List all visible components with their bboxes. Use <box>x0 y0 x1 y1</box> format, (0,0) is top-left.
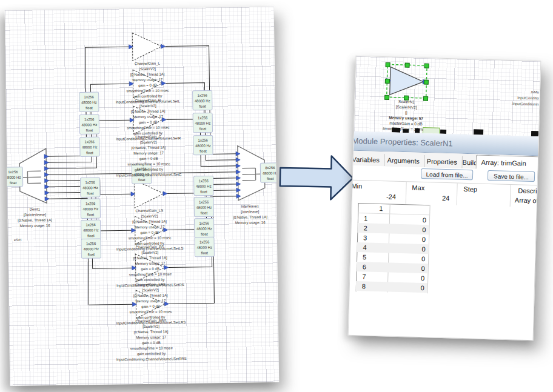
scaler-module[interactable] <box>132 33 162 61</box>
scaler-detail-label: [0:Native, Thread 1A] <box>133 256 167 260</box>
trim-gain-value[interactable]: 0 <box>422 234 426 244</box>
wire-info-text: 48000 Hz <box>83 247 99 251</box>
wire-info-text: 1x256 <box>8 170 18 174</box>
scaler-name-label: ChannelGain_R <box>135 99 161 103</box>
wire-info-text: 1x256 <box>86 242 96 245</box>
selection-handle[interactable] <box>424 80 428 84</box>
scaler-name-label: ChannelGain_LS <box>135 209 163 213</box>
scaler-detail-label: Memory usage: 17 <box>136 335 166 339</box>
header-max: Max <box>412 184 424 192</box>
trim-gain-value[interactable]: 0 <box>421 283 425 293</box>
wire-info-text: 1x256 <box>199 240 210 244</box>
trim-gain-value[interactable]: 0 <box>423 215 427 225</box>
wire-info-text: 1x256 <box>85 140 95 144</box>
signal-flow-page: 1x25648000 Hzfloat1x25648000 Hzfloat1x25… <box>5 7 280 386</box>
header-min: Min <box>351 182 362 190</box>
wire-info-text: 48000 Hz <box>196 245 212 249</box>
tab-arguments[interactable]: Arguments <box>382 154 425 167</box>
trim-gain-value[interactable]: 0 <box>421 254 426 264</box>
wire-info-text: float <box>87 234 95 238</box>
trim-gain-table: 1 1020304050607080 <box>350 203 537 299</box>
wire-info-text: 48000 Hz <box>81 101 97 104</box>
column-separator <box>457 184 458 205</box>
wire-info-text: float <box>201 251 209 254</box>
deint-label: [0:Native, Thread 1A] <box>18 218 52 222</box>
scaler-detail-label: Memory usage: 17 <box>136 299 166 303</box>
header-descript: Descript <box>518 187 541 194</box>
wire-info-text: 1x256 <box>85 202 96 205</box>
tab-properties[interactable]: Properties <box>421 155 463 168</box>
scaler-detail-label: gain = 0 dB <box>139 121 158 124</box>
scaler-detail-label: [ScalerV2] <box>141 214 158 218</box>
wire-info-text: 8x256 <box>265 166 275 170</box>
scaler-detail-label: smoothingTime = 10 msec <box>126 88 169 93</box>
interleave-label: Memory usage: 16 <box>235 221 266 225</box>
trim-gain-value[interactable]: 0 <box>421 244 426 254</box>
load-from-file-button[interactable]: Load from file... <box>421 168 473 180</box>
wire-info-text: float <box>88 253 95 256</box>
scaler-detail-label: InputConditioning.ChannelVolumeLSetRRS <box>116 357 187 362</box>
wire-info-text: 48000 Hz <box>81 123 97 127</box>
selection-handle[interactable] <box>405 63 409 67</box>
trim-gain-value[interactable]: 0 <box>422 225 426 234</box>
scaler-detail-label: smoothingTime = 10 msec <box>129 272 172 276</box>
scaler-detail-label: [0:Native, Thread 1A] <box>132 219 167 224</box>
wire-info-text: 1x256 <box>84 95 94 99</box>
screenshot-root: { "left_diagram": { "deinterleaver": { "… <box>0 0 553 392</box>
wire-info-text: float <box>85 106 93 110</box>
row-index: 3 <box>363 233 367 242</box>
scaler-detail-label: gain = 0 dB <box>141 267 159 271</box>
min-value[interactable]: -24 <box>386 193 396 200</box>
wire-info-text: 48000 Hz <box>82 207 98 211</box>
scaler-detail-label: gain controlled by <box>135 168 163 172</box>
table-row[interactable]: 80 <box>356 281 427 293</box>
wire-info-text: float <box>201 232 208 236</box>
scaler-detail-label: smoothingTime = 10 msec <box>129 236 171 240</box>
scaler-detail-label: gain = 0 dB <box>138 84 157 87</box>
transition-arrow <box>277 152 358 205</box>
row-index: 5 <box>363 252 367 262</box>
interleave-label: [0:Native, Thread 1A] <box>233 215 267 219</box>
interleave-label: [Interleave] <box>241 210 259 213</box>
scaler-name-label: ChannelGain_C <box>135 135 161 139</box>
scaler-detail-label: smoothingTime = 10 msec <box>127 162 170 166</box>
scaler-detail-label: gain controlled by <box>137 351 166 356</box>
scaler-detail-label: gain controlled by <box>133 95 162 99</box>
scaler-name-label: ChannelGain_RRS <box>135 319 166 323</box>
wire-info-text: float <box>10 181 17 185</box>
wire-info-text: float <box>138 178 146 182</box>
scaler-detail-label: [ScalerV2] <box>141 251 158 254</box>
wire-info-text: 48000 Hz <box>82 145 98 149</box>
interleave-label: Interleave1 <box>241 204 259 208</box>
row-index: 6 <box>363 262 367 271</box>
deint-label: Memory usage: 16 <box>20 224 50 228</box>
tab-variables[interactable]: Variables <box>348 153 385 167</box>
trim-gain-value[interactable]: 0 <box>421 264 425 273</box>
scaler-detail-label: gain = 0 dB <box>139 157 158 161</box>
header-step: Step <box>463 185 477 193</box>
trim-gain-value[interactable]: 0 <box>421 273 425 283</box>
selection-handle[interactable] <box>424 64 429 68</box>
wire-info-text: 1x256 <box>199 221 209 225</box>
scaler-detail-label: gain controlled by <box>136 277 164 282</box>
selection-handle[interactable] <box>386 62 390 67</box>
row-index: 2 <box>363 223 367 233</box>
scaler-detail-label: [0:Native, Thread 1A] <box>133 293 168 297</box>
scaler-detail-label: Memory usage: 17 <box>133 115 163 119</box>
scaler-detail-label: [0:Native, Thread 1A] <box>130 72 165 76</box>
scaler-detail-label: InputConditioning.ChannelVolumeLSetC <box>116 173 182 178</box>
wire-info-text: 48000 Hz <box>83 228 99 232</box>
save-to-file-button[interactable]: Save to file... <box>488 170 535 182</box>
wire-info-text: 48000 Hz <box>196 184 212 188</box>
selection-handle[interactable] <box>385 79 389 83</box>
scaler-name-label: ChannelGain_LRS <box>135 282 166 287</box>
wire-info-text: float <box>87 213 95 216</box>
deinterleave-module[interactable] <box>19 148 47 204</box>
scaler-detail-label: [ScalerV2] <box>140 141 157 144</box>
max-value[interactable]: 24 <box>442 194 450 202</box>
column-separator <box>510 185 511 207</box>
wire-info-text: 1x256 <box>198 116 208 119</box>
scaler-detail-label: [ScalerV2] <box>142 325 159 328</box>
scaler-detail-label: smoothingTime = 10 msec <box>129 310 172 314</box>
scalerN1-module[interactable] <box>390 67 424 96</box>
